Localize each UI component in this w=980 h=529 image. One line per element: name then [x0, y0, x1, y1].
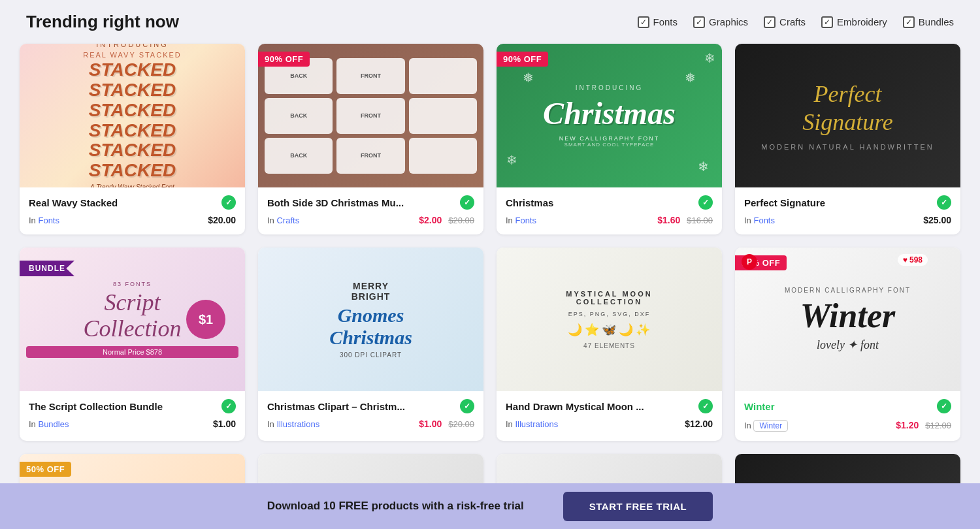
verified-badge	[937, 195, 951, 210]
card-image-moon: MYSTICAL MOONCOLLECTION EPS, PNG, SVG, D…	[497, 248, 722, 391]
original-price: $20.00	[448, 419, 474, 429]
card-price: $1.00 $20.00	[419, 419, 474, 429]
filter-embroidery[interactable]: Embroidery	[821, 16, 887, 28]
category-link[interactable]: Illustrations	[276, 419, 319, 429]
dollar-badge: $1	[186, 300, 225, 339]
christmas-text: Christmas	[543, 95, 676, 131]
filter-group: Fonts Graphics Crafts Embroidery Bundles	[638, 16, 954, 28]
card-christmas[interactable]: 90% OFF ❄ ❄ ❄ ❅ ❅ INTRODUCING Christmas …	[497, 44, 722, 234]
graphics-label: Graphics	[709, 16, 748, 27]
bundle-badge: BUNDLE	[20, 261, 74, 276]
card-category: In Crafts	[267, 216, 299, 225]
card-category: In Fonts	[744, 216, 775, 225]
card-title-row: Winter	[744, 399, 951, 413]
card-meta: In Fonts $1.60 $16.00	[506, 215, 713, 225]
fonts-checkbox[interactable]	[638, 16, 649, 28]
verified-badge	[221, 195, 236, 210]
card-price: $1.20 $12.00	[896, 420, 951, 430]
card-meta: In Fonts $20.00	[29, 215, 236, 225]
card-price: $2.00 $20.00	[419, 215, 474, 225]
snowflake-icon: ❄	[704, 50, 715, 66]
card-title: Real Wavy Stacked	[29, 197, 221, 208]
card-image-container: 90% OFF ♥ 598 MODERN CALLIGRAPHY FONT Wi…	[735, 248, 960, 391]
card-meta: In Winter $1.20 $12.00	[744, 419, 951, 432]
card-category: In Bundles	[29, 419, 69, 429]
card-title-row: Perfect Signature	[744, 195, 951, 210]
product-grid-row2: BUNDLE 83 FONTS ScriptCollection Normal …	[0, 248, 980, 454]
graphics-checkbox[interactable]	[693, 16, 705, 28]
card-price: $1.00	[213, 419, 236, 429]
category-link[interactable]: Crafts	[276, 216, 299, 225]
winter-tag: Winter	[753, 420, 788, 432]
sale-price: $2.00	[419, 215, 442, 225]
embroidery-label: Embroidery	[837, 16, 887, 27]
card-title: Winter	[744, 401, 937, 412]
bottom-banner: Download 10 FREE products with a risk-fr…	[0, 483, 980, 529]
embroidery-checkbox[interactable]	[821, 16, 833, 28]
card-title: Perfect Signature	[744, 197, 937, 208]
card-perfect-signature[interactable]: PerfectSignature MODERN NATURAL HANDWRIT…	[735, 44, 960, 234]
card-price: $1.60 $16.00	[657, 215, 713, 225]
category-link[interactable]: Fonts	[753, 216, 775, 225]
verified-badge	[937, 399, 951, 413]
card-real-wavy-stacked[interactable]: INTRODUCING REAL WAVY STACKED STACKEDSTA…	[20, 44, 245, 234]
filter-graphics[interactable]: Graphics	[693, 16, 748, 28]
card-christmas-clipart[interactable]: MERRYBRIGHT GnomesChristmas 300 DPI CLIP…	[258, 248, 483, 441]
page-wrapper: Trending right now Fonts Graphics Crafts…	[0, 0, 980, 529]
snowflake-icon: ❄	[698, 159, 709, 174]
heart-number: 598	[909, 255, 923, 264]
card-image-container: 90% OFF BACK FRONT BACK FRONT BACK FRONT	[258, 44, 483, 187]
start-free-trial-button[interactable]: START FREE TRIAL	[563, 492, 713, 521]
winter-text: Winter	[785, 297, 911, 335]
card-body: Real Wavy Stacked In Fonts $20.00	[20, 187, 245, 234]
verified-badge	[460, 195, 474, 210]
card-meta: In Fonts $25.00	[744, 215, 951, 225]
card-category: In Fonts	[506, 216, 536, 225]
category-link[interactable]: Bundles	[38, 419, 69, 429]
card-image-signature: PerfectSignature MODERN NATURAL HANDWRIT…	[735, 44, 960, 187]
card-body: The Script Collection Bundle In Bundles …	[20, 391, 245, 438]
card-title-row: Hand Drawn Mystical Moon ...	[506, 399, 713, 413]
original-price: $16.00	[687, 216, 713, 225]
product-grid-row1: INTRODUCING REAL WAVY STACKED STACKEDSTA…	[0, 44, 980, 248]
card-mystical-moon[interactable]: MYSTICAL MOONCOLLECTION EPS, PNG, SVG, D…	[497, 248, 722, 441]
card-christmas-mug[interactable]: 90% OFF BACK FRONT BACK FRONT BACK FRONT	[258, 44, 483, 234]
filter-crafts[interactable]: Crafts	[764, 16, 806, 28]
card-body: Hand Drawn Mystical Moon ... In Illustra…	[497, 391, 722, 438]
heart-count: ♥ 598	[898, 254, 928, 266]
original-price: $12.00	[925, 421, 951, 430]
category-link[interactable]: Illustrations	[515, 419, 558, 429]
sale-price: $1.60	[657, 215, 680, 225]
card-category: In Winter	[744, 419, 788, 432]
card-image-stacked: INTRODUCING REAL WAVY STACKED STACKEDSTA…	[20, 44, 245, 187]
original-price: $20.00	[448, 216, 474, 225]
card-title-row: Both Side 3D Christmas Mu...	[267, 195, 474, 210]
category-link[interactable]: Fonts	[515, 216, 536, 225]
signature-text: PerfectSignature	[761, 80, 934, 136]
sale-price: $1.00	[419, 419, 442, 429]
card-script-collection[interactable]: BUNDLE 83 FONTS ScriptCollection Normal …	[20, 248, 245, 441]
filter-bundles[interactable]: Bundles	[903, 16, 954, 28]
verified-badge	[698, 399, 713, 413]
card-image-container: MYSTICAL MOONCOLLECTION EPS, PNG, SVG, D…	[497, 248, 722, 391]
header: Trending right now Fonts Graphics Crafts…	[0, 0, 980, 44]
bundles-checkbox[interactable]	[903, 16, 915, 28]
card-title: The Script Collection Bundle	[29, 401, 221, 412]
verified-badge	[698, 195, 713, 210]
snowflake-icon: ❅	[523, 70, 534, 86]
card-title: Both Side 3D Christmas Mu...	[267, 197, 460, 208]
card-price: $25.00	[923, 215, 951, 225]
discount-badge-50: 50% OFF	[20, 462, 71, 477]
card-price: $12.00	[685, 419, 713, 429]
category-link[interactable]: Fonts	[38, 216, 59, 225]
card-image-container: 90% OFF ❄ ❄ ❄ ❅ ❅ INTRODUCING Christmas …	[497, 44, 722, 187]
card-meta: In Illustrations $12.00	[506, 419, 713, 429]
verified-badge	[221, 399, 236, 413]
stacked-text: STACKEDSTACKEDSTACKEDSTACKEDSTACKEDSTACK…	[83, 60, 182, 181]
filter-fonts[interactable]: Fonts	[638, 16, 678, 28]
card-image-container: MERRYBRIGHT GnomesChristmas 300 DPI CLIP…	[258, 248, 483, 391]
card-winter[interactable]: 90% OFF ♥ 598 MODERN CALLIGRAPHY FONT Wi…	[735, 248, 960, 441]
pinterest-icon: P	[742, 254, 757, 270]
crafts-checkbox[interactable]	[764, 16, 776, 28]
card-category: In Illustrations	[506, 419, 558, 429]
